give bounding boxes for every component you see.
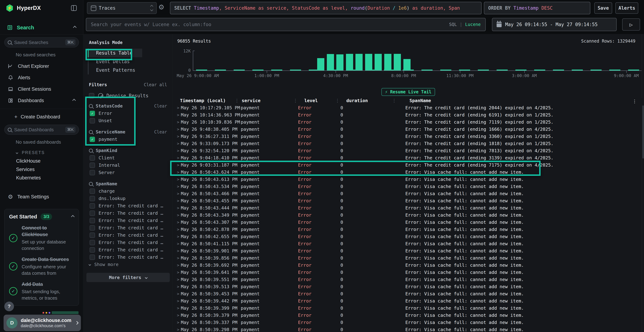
checkbox-unchecked[interactable] bbox=[90, 188, 95, 194]
row-expand-chevron-icon[interactable]: > bbox=[177, 206, 179, 210]
get-started-item[interactable]: ✓Create Data SourcesConfigure where your… bbox=[9, 256, 74, 276]
table-row[interactable]: >May 26 8:50:43.444 PMpaymentError0Error… bbox=[173, 204, 644, 212]
filter-option[interactable]: ✓Error bbox=[90, 110, 172, 117]
table-row[interactable]: >May 26 8:50:39.641 PMpaymentError0Error… bbox=[173, 269, 644, 276]
chevron-up-icon[interactable] bbox=[73, 26, 76, 29]
table-row[interactable]: >May 26 9:04:18.410 PMpaymentError0Error… bbox=[173, 154, 644, 161]
col-resize-handle[interactable]: ⋮ bbox=[235, 98, 239, 103]
search-icon[interactable] bbox=[89, 104, 93, 108]
run-search-button[interactable]: ▷ bbox=[622, 18, 640, 30]
sidebar-item-dashboards[interactable]: Dashboards bbox=[0, 95, 83, 106]
row-expand-chevron-icon[interactable]: > bbox=[177, 227, 179, 232]
checkbox-unchecked[interactable] bbox=[90, 254, 95, 260]
checkbox-checked[interactable]: ✓ bbox=[90, 137, 95, 142]
histogram-bar[interactable] bbox=[327, 54, 334, 70]
row-expand-chevron-icon[interactable]: > bbox=[177, 141, 179, 146]
col-spanname[interactable]: SpanName bbox=[410, 98, 431, 103]
histogram-bar[interactable] bbox=[404, 59, 410, 70]
row-expand-chevron-icon[interactable]: > bbox=[177, 127, 179, 132]
save-button[interactable]: Save bbox=[594, 2, 612, 14]
checkbox-unchecked[interactable] bbox=[90, 155, 95, 161]
row-expand-chevron-icon[interactable]: > bbox=[177, 249, 179, 253]
row-expand-chevron-icon[interactable]: > bbox=[177, 156, 179, 160]
mode-lucene-toggle[interactable]: Lucene bbox=[465, 22, 481, 27]
scrollbar-thumb[interactable] bbox=[642, 100, 644, 158]
table-row[interactable]: >May 26 8:50:39.856 PMpaymentError0Error… bbox=[173, 254, 644, 262]
source-settings-gear-icon[interactable]: ⚙ bbox=[158, 3, 164, 11]
mode-sql-toggle[interactable]: SQL bbox=[449, 22, 457, 27]
filter-option[interactable]: Error: The credit card … bbox=[90, 232, 172, 239]
table-row[interactable]: >May 26 9:03:31.187 PMpaymentError0Error… bbox=[173, 161, 644, 168]
col-resize-handle[interactable]: ⋮ bbox=[293, 98, 298, 103]
table-row[interactable]: >May 26 8:50:43.534 PMpaymentError0Error… bbox=[173, 183, 644, 190]
scrollbar[interactable] bbox=[642, 34, 644, 332]
row-expand-chevron-icon[interactable]: > bbox=[177, 213, 179, 217]
row-expand-chevron-icon[interactable]: > bbox=[177, 120, 179, 124]
saved-searches-input[interactable]: Saved Searches ⌘K bbox=[4, 38, 79, 48]
row-expand-chevron-icon[interactable]: > bbox=[177, 242, 179, 246]
col-timestamp[interactable]: Timestamp (Local) bbox=[180, 98, 226, 103]
alerts-button[interactable]: Alerts bbox=[616, 2, 638, 14]
sidebar-item-alerts[interactable]: Alerts bbox=[0, 72, 83, 83]
table-row[interactable]: >May 26 8:50:39.551 PMpaymentError0Error… bbox=[173, 276, 644, 283]
data-source-select[interactable]: Traces bbox=[87, 2, 157, 14]
filter-option[interactable]: charge bbox=[90, 188, 172, 195]
row-expand-chevron-icon[interactable]: > bbox=[177, 177, 179, 182]
get-started-item[interactable]: ✓Connect to ClickHouseSet up your databa… bbox=[9, 225, 74, 252]
row-expand-chevron-icon[interactable]: > bbox=[177, 220, 179, 224]
row-expand-chevron-icon[interactable]: > bbox=[177, 320, 179, 325]
histogram-bar[interactable] bbox=[394, 54, 401, 70]
row-expand-chevron-icon[interactable]: > bbox=[177, 313, 179, 318]
row-expand-chevron-icon[interactable]: > bbox=[177, 306, 179, 310]
filter-option[interactable]: ✓payment bbox=[90, 136, 172, 143]
table-row[interactable]: >May 26 8:50:43.613 PMpaymentError0Error… bbox=[173, 176, 644, 183]
table-row[interactable]: >May 26 8:50:43.624 PMpaymentError0Error… bbox=[173, 168, 644, 176]
search-icon[interactable] bbox=[89, 182, 93, 186]
histogram-bar[interactable] bbox=[365, 54, 372, 70]
table-row[interactable]: >May 26 8:50:43.349 PMpaymentError0Error… bbox=[173, 212, 644, 218]
checkbox-unchecked[interactable] bbox=[90, 203, 95, 208]
chevron-up-icon[interactable] bbox=[71, 215, 74, 218]
user-menu[interactable]: D dale@clickhouse.com dale@clickhouse.co… bbox=[4, 315, 81, 331]
col-resize-handle[interactable]: ⋮ bbox=[392, 98, 396, 103]
filter-option[interactable]: Internal bbox=[90, 162, 172, 169]
table-row[interactable]: >May 26 9:36:27.311 PMpaymentError0Error… bbox=[173, 133, 644, 140]
row-expand-chevron-icon[interactable]: > bbox=[177, 270, 179, 274]
checkbox-unchecked[interactable] bbox=[90, 162, 95, 168]
checkbox-unchecked[interactable] bbox=[90, 218, 95, 223]
checkbox-unchecked[interactable] bbox=[90, 232, 95, 238]
table-row[interactable]: >May 26 8:50:39.901 PMpaymentError0Error… bbox=[173, 247, 644, 254]
table-options-kebab-icon[interactable]: ⋮ bbox=[632, 99, 637, 104]
table-row[interactable]: >May 26 8:50:43.466 PMpaymentError0Error… bbox=[173, 190, 644, 197]
histogram-bar[interactable] bbox=[346, 54, 353, 70]
sql-select-input[interactable]: SELECT Timestamp, ServiceName as service… bbox=[170, 2, 482, 14]
filter-option[interactable]: Client bbox=[90, 154, 172, 162]
table-row[interactable]: >May 26 8:50:39.298 PMpaymentError0Error… bbox=[173, 326, 644, 332]
row-expand-chevron-icon[interactable]: > bbox=[177, 163, 179, 167]
histogram-bar[interactable] bbox=[356, 54, 362, 70]
get-started-item[interactable]: ✓Add DataStart sending logs, metrics, or… bbox=[9, 281, 74, 301]
sidebar-item-team-settings[interactable]: ⚙ Team Settings bbox=[0, 192, 83, 202]
clear-filter-button[interactable]: Clear bbox=[154, 104, 167, 108]
table-row[interactable]: >May 26 8:50:39.692 PMpaymentError0Error… bbox=[173, 262, 644, 269]
table-row[interactable]: >May 26 8:50:39.442 PMpaymentError0Error… bbox=[173, 297, 644, 304]
row-expand-chevron-icon[interactable]: > bbox=[177, 113, 179, 117]
row-expand-chevron-icon[interactable]: > bbox=[177, 170, 179, 174]
checkbox-unchecked[interactable] bbox=[90, 118, 95, 124]
sidebar-preset-kubernetes[interactable]: Kubernetes bbox=[0, 174, 83, 182]
date-range-picker[interactable]: May 26 09:14:55 - May 27 09:14:55 bbox=[492, 18, 617, 31]
row-expand-chevron-icon[interactable]: > bbox=[177, 192, 179, 196]
order-by-input[interactable]: ORDER BY Timestamp DESC bbox=[484, 2, 590, 14]
checkbox-unchecked[interactable] bbox=[90, 170, 95, 175]
saved-dashboards-input[interactable]: Saved Dashboards ⌘K bbox=[4, 125, 79, 135]
row-expand-chevron-icon[interactable]: > bbox=[177, 134, 179, 139]
sidebar-item-client-sessions[interactable]: Client Sessions bbox=[0, 83, 83, 95]
collapse-sidebar-icon[interactable] bbox=[71, 5, 77, 11]
filter-option[interactable]: Error: The credit card … bbox=[90, 202, 172, 210]
analysis-mode-results-table[interactable]: Results Table bbox=[88, 49, 142, 57]
sidebar-preset-services[interactable]: Services bbox=[0, 165, 83, 174]
show-more-button[interactable]: Show more bbox=[89, 261, 172, 268]
table-row[interactable]: >May 26 8:50:42.878 PMpaymentError0Error… bbox=[173, 226, 644, 233]
filter-option[interactable]: Error: The credit card … bbox=[90, 210, 172, 217]
col-resize-handle[interactable]: ⋮ bbox=[335, 98, 340, 103]
